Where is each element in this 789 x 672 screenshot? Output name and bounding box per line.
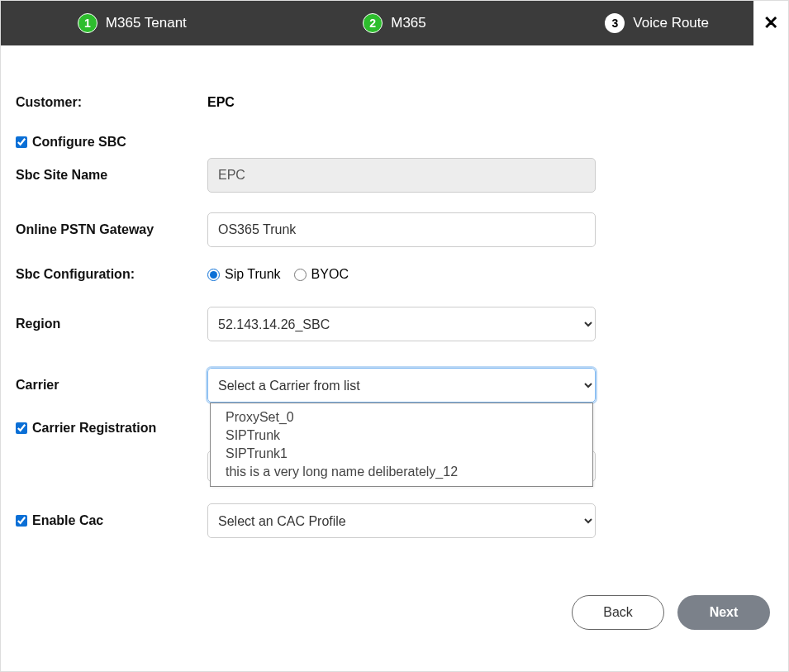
- step-label: M365 Tenant: [106, 15, 187, 31]
- configure-sbc-row: Configure SBC: [16, 135, 207, 150]
- carrier-select[interactable]: Select a Carrier from list: [207, 368, 596, 403]
- pstn-gateway-label: Online PSTN Gateway: [16, 222, 207, 237]
- carrier-reg-label: Carrier Registration: [32, 421, 156, 436]
- radio-byoc-input[interactable]: [294, 269, 307, 281]
- region-label: Region: [16, 317, 207, 331]
- close-button[interactable]: ✕: [753, 1, 788, 45]
- carrier-option[interactable]: SIPTrunk: [226, 427, 577, 445]
- radio-sip-trunk-label: Sip Trunk: [225, 267, 281, 282]
- enable-cac-row: Enable Cac: [16, 513, 207, 528]
- step-label: Voice Route: [633, 15, 709, 31]
- sbc-site-name-label: Sbc Site Name: [16, 168, 207, 183]
- customer-value: EPC: [207, 95, 235, 109]
- step-badge: 1: [78, 13, 97, 33]
- enable-cac-label: Enable Cac: [32, 513, 103, 528]
- footer-buttons: Back Next: [572, 595, 770, 630]
- carrier-option[interactable]: this is a very long name deliberately_12: [226, 463, 577, 481]
- step-voice-route[interactable]: 3 Voice Route: [525, 13, 788, 33]
- next-button[interactable]: Next: [677, 595, 770, 630]
- carrier-reg-row: Carrier Registration: [16, 421, 207, 436]
- carrier-dropdown-list: ProxySet_0 SIPTrunk SIPTrunk1 this is a …: [210, 403, 593, 487]
- radio-sip-trunk-input[interactable]: [207, 269, 220, 281]
- carrier-label: Carrier: [16, 378, 207, 393]
- sbc-config-label: Sbc Configuration:: [16, 267, 207, 282]
- carrier-reg-checkbox[interactable]: [16, 422, 27, 434]
- back-button[interactable]: Back: [572, 595, 664, 630]
- configure-sbc-checkbox[interactable]: [16, 136, 27, 148]
- step-m365-tenant[interactable]: 1 M365 Tenant: [1, 13, 264, 33]
- carrier-option[interactable]: SIPTrunk1: [226, 445, 577, 463]
- sbc-config-radio-group: Sip Trunk BYOC: [207, 267, 596, 282]
- wizard-header: 1 M365 Tenant 2 M365 3 Voice Route ✕: [1, 1, 788, 45]
- step-badge: 2: [363, 13, 383, 33]
- close-icon: ✕: [763, 12, 778, 34]
- configure-sbc-label: Configure SBC: [32, 135, 126, 150]
- radio-sip-trunk[interactable]: Sip Trunk: [207, 267, 281, 282]
- radio-byoc[interactable]: BYOC: [294, 267, 349, 282]
- customer-label: Customer:: [16, 95, 207, 110]
- step-label: M365: [391, 15, 426, 31]
- cac-profile-select[interactable]: Select an CAC Profile: [207, 503, 596, 538]
- radio-byoc-label: BYOC: [311, 267, 349, 282]
- sbc-site-name-input: [207, 158, 596, 193]
- enable-cac-checkbox[interactable]: [16, 515, 27, 527]
- region-select[interactable]: 52.143.14.26_SBC: [207, 307, 596, 341]
- pstn-gateway-input[interactable]: [207, 212, 596, 247]
- form-content: Customer: EPC Configure SBC Sbc Site Nam…: [1, 45, 788, 538]
- step-m365[interactable]: 2 M365: [264, 13, 526, 33]
- carrier-option[interactable]: ProxySet_0: [226, 408, 577, 427]
- step-badge: 3: [605, 13, 625, 33]
